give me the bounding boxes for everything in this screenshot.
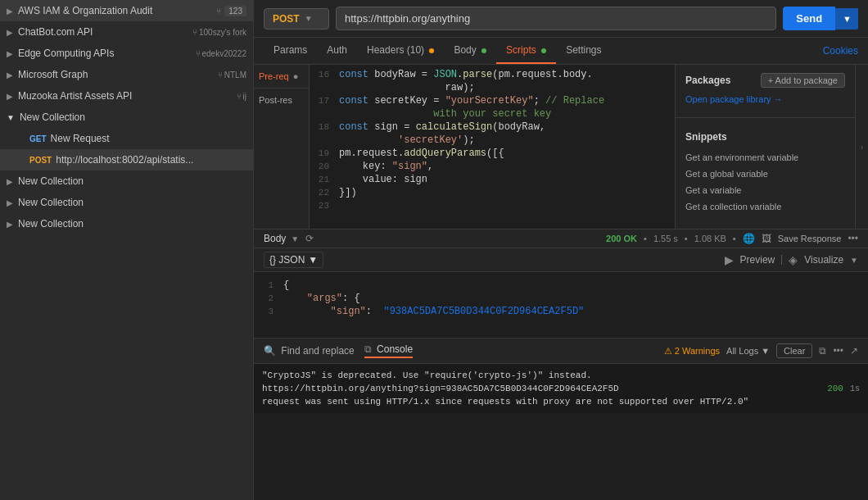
sidebar-item-label: http://localhost:8002/api/statis... <box>56 154 246 166</box>
format-icons: ▶ Preview ◈ Visualize ▼ <box>725 253 858 266</box>
snippet-collection-var[interactable]: Get a collection variable <box>685 198 845 215</box>
sidebar-item-edge[interactable]: ▶ Edge Computing APIs ⑂ edekv20222 <box>0 43 253 64</box>
url-input[interactable] <box>336 7 776 30</box>
snippets-section: Snippets Get an environment variable Get… <box>676 123 855 223</box>
chevron-right-icon: ▶ <box>7 198 13 207</box>
snippet-global-var[interactable]: Get a global variable <box>685 166 845 182</box>
tab-params[interactable]: Params <box>264 38 317 64</box>
post-res-tab[interactable]: Post-res <box>254 89 309 111</box>
sidebar-item-get-request[interactable]: GET New Request <box>0 128 253 149</box>
chevron-right-icon: ▶ <box>7 177 13 186</box>
console-output: "CryptoJS" is deprecated. Use "require('… <box>254 363 868 413</box>
chevron-right-icon: ▶ <box>7 7 13 16</box>
sidebar-item-muzooka[interactable]: ▶ Muzooka Artist Assets API ⑂ ij <box>0 85 253 107</box>
fork-label: 100szy's fork <box>199 28 246 37</box>
code-line-17: 17 const secretKey = "yourSecretKey"; //… <box>310 94 675 107</box>
chevron-right-icon: ▶ <box>7 220 13 229</box>
chevron-down-icon: ▼ <box>7 113 15 122</box>
divider <box>676 117 855 118</box>
console-bar: 🔍 Find and replace ⧉ Console ⚠ 2 Warning… <box>254 338 868 363</box>
sidebar-item-msgraph[interactable]: ▶ Microsoft Graph ⑂ NTLM <box>0 64 253 85</box>
packages-title: Packages + Add to package <box>685 73 845 88</box>
code-line-20: 20 key: "sign", <box>310 160 675 173</box>
add-to-package-button[interactable]: + Add to package <box>761 73 845 88</box>
sidebar-item-label: New Collection <box>18 218 246 230</box>
response-size: 1.08 KB <box>694 234 726 243</box>
sidebar-item-post-request[interactable]: POST http://localhost:8002/api/statis... <box>0 149 253 170</box>
code-line-23: 23 <box>310 199 675 211</box>
code-editor[interactable]: 16 const bodyRaw = JSON.parse(pm.request… <box>310 65 675 229</box>
response-size-sep: • <box>685 234 688 243</box>
tab-settings[interactable]: Settings <box>556 38 611 64</box>
tab-auth[interactable]: Auth <box>317 38 357 64</box>
console-right: ⚠ 2 Warnings All Logs ▼ Clear ⧉ ••• ↗ <box>664 343 858 358</box>
sidebar-item-new-collection-4[interactable]: ▶ New Collection <box>0 213 253 234</box>
preview-label[interactable]: Preview <box>740 254 775 266</box>
console-line-2: request was sent using HTTP/1.x since re… <box>262 395 860 408</box>
response-bar: Body ▼ ⟳ 200 OK • 1.55 s • 1.08 KB • 🌐 🖼… <box>254 229 868 248</box>
sidebar-item-label: Edge Computing APIs <box>18 48 193 59</box>
tab-headers[interactable]: Headers (10) <box>357 38 444 64</box>
console-url: https://httpbin.org/anything?sign=938AC5… <box>262 384 619 393</box>
console-line-0: "CryptoJS" is deprecated. Use "require('… <box>262 369 860 382</box>
send-caret-button[interactable]: ▼ <box>835 8 858 30</box>
more-console-icon[interactable]: ••• <box>833 345 843 357</box>
format-bar: {} JSON ▼ ▶ Preview ◈ Visualize ▼ <box>254 248 868 272</box>
copy-icon[interactable]: ⧉ <box>819 345 826 357</box>
sidebar-item-new-collection-3[interactable]: ▶ New Collection <box>0 192 253 213</box>
sidebar-item-chatbot[interactable]: ▶ ChatBot.com API ⑂ 100szy's fork <box>0 21 253 43</box>
console-tab[interactable]: ⧉ Console <box>364 343 413 358</box>
clear-button[interactable]: Clear <box>776 343 812 358</box>
caret-icon: ▼ <box>305 14 313 23</box>
image-icon[interactable]: 🖼 <box>762 233 771 244</box>
globe-icon[interactable]: 🌐 <box>743 233 755 244</box>
console-time: 1s <box>850 384 860 393</box>
pre-req-tab[interactable]: Pre-req ● <box>254 65 309 89</box>
body-dot <box>481 48 486 53</box>
right-sidebar-toggle[interactable]: › <box>855 65 868 229</box>
url-bar: POST ▼ Send ▼ <box>254 0 868 38</box>
send-button[interactable]: Send <box>783 7 835 30</box>
cookies-link[interactable]: Cookies <box>823 45 858 57</box>
chevron-right-icon: ▶ <box>7 49 13 58</box>
visualize-label[interactable]: Visualize <box>804 254 843 266</box>
preview-button[interactable]: ▶ <box>725 253 734 266</box>
search-icon: 🔍 <box>264 345 276 357</box>
open-package-library-link[interactable]: Open package library → <box>685 94 845 104</box>
script-area: Pre-req ● Post-res 16 const bodyRaw = JS… <box>254 65 868 229</box>
tabs-right: Cookies <box>823 45 858 57</box>
response-time-value: 1.55 s <box>653 234 678 243</box>
snippet-env-var[interactable]: Get an environment variable <box>685 149 845 166</box>
more-options-icon[interactable]: ••• <box>848 233 858 244</box>
sidebar-item-label: Microsoft Graph <box>18 69 215 80</box>
script-subtabs: Pre-req ● Post-res <box>254 65 310 229</box>
snippets-title: Snippets <box>685 131 845 143</box>
sidebar-item-new-collection-2[interactable]: ▶ New Collection <box>0 170 253 192</box>
save-response-button[interactable]: Save Response <box>778 234 842 243</box>
tab-body[interactable]: Body <box>444 38 496 64</box>
sidebar-item-new-collection-1[interactable]: ▼ New Collection <box>0 107 253 128</box>
all-logs-select[interactable]: All Logs ▼ <box>726 346 770 356</box>
code-line-21: 21 value: sign <box>310 173 675 186</box>
tabs-bar: Params Auth Headers (10) Body Scripts Se… <box>254 38 868 65</box>
code-line-17b: with your secret key <box>310 107 675 120</box>
method-post-tag: POST <box>29 156 52 165</box>
fork-icon: ⑂ <box>216 7 221 16</box>
app-container: ▶ AWS IAM & Organization Audit ⑂ 123 ▶ C… <box>0 0 868 500</box>
snippet-var[interactable]: Get a variable <box>685 182 845 198</box>
fork-icon: ⑂ <box>218 70 223 80</box>
history-icon[interactable]: ⟳ <box>305 233 314 244</box>
code-line-19: 19 pm.request.addQueryParams([{ <box>310 147 675 160</box>
packages-section: Packages + Add to package Open package l… <box>676 65 855 112</box>
format-select[interactable]: {} JSON ▼ <box>264 252 323 268</box>
console-status: 200 <box>827 384 843 393</box>
tab-scripts[interactable]: Scripts <box>496 38 556 64</box>
sidebar-item-aws[interactable]: ▶ AWS IAM & Organization Audit ⑂ 123 <box>0 0 253 21</box>
expand-icon[interactable]: ↗ <box>850 345 858 357</box>
visualize-icon[interactable]: ◈ <box>789 253 798 266</box>
method-select[interactable]: POST ▼ <box>264 8 329 30</box>
body-tab[interactable]: Body ▼ <box>264 233 299 244</box>
pre-req-dot: ● <box>293 71 299 81</box>
find-replace-tab[interactable]: 🔍 Find and replace <box>264 345 355 357</box>
right-sidebar: Packages + Add to package Open package l… <box>675 65 855 229</box>
